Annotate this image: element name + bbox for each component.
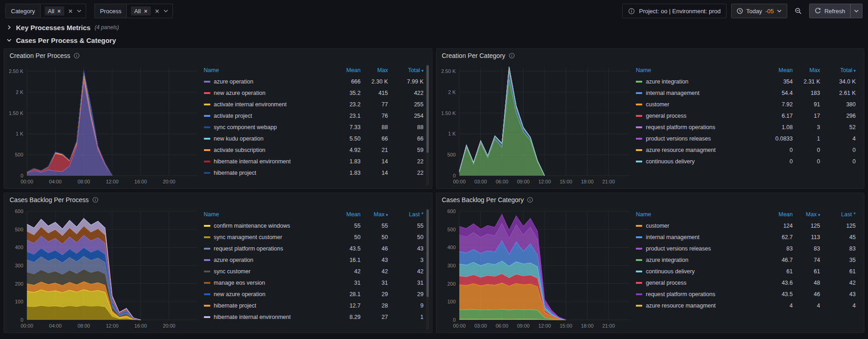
series-name[interactable]: new azure operation bbox=[214, 90, 265, 96]
series-name[interactable]: product versions releases bbox=[646, 245, 711, 252]
legend-item[interactable]: sync managment customer505050 bbox=[204, 231, 424, 243]
series-name[interactable]: activate internal environment bbox=[214, 101, 287, 108]
series-name[interactable]: azure resource managment bbox=[646, 147, 716, 153]
legend-item[interactable]: general process6.1717296 bbox=[636, 110, 856, 121]
legend-item[interactable]: activate subscription4.922159 bbox=[204, 144, 424, 156]
legend-col-name[interactable]: Name bbox=[636, 67, 761, 73]
legend-col-max[interactable]: Max bbox=[793, 67, 820, 73]
legend-item[interactable]: manage eos version313131 bbox=[204, 277, 424, 288]
legend-item[interactable]: new kudu operation5.506666 bbox=[204, 133, 424, 144]
legend-item[interactable]: activate internal environment23.277255 bbox=[204, 99, 424, 110]
legend-scrollbar-thumb[interactable] bbox=[426, 209, 429, 297]
dashboard-row-cases-per-process-category[interactable]: Cases Per Process & Category bbox=[0, 34, 868, 47]
filter-process-dropdown[interactable]: All bbox=[126, 4, 172, 18]
legend-item[interactable]: new azure operation35.2415422 bbox=[204, 87, 424, 99]
series-name[interactable]: continuous delivery bbox=[646, 158, 695, 165]
series-name[interactable]: sync managment customer bbox=[214, 234, 282, 240]
series-name[interactable]: manage eos version bbox=[214, 280, 265, 286]
panel-title[interactable]: Cases Backlog Per Process bbox=[10, 196, 89, 203]
series-name[interactable]: azure operation bbox=[214, 78, 254, 85]
panel-title[interactable]: Creation Per Category bbox=[442, 52, 505, 59]
series-name[interactable]: internal management bbox=[646, 90, 699, 96]
legend-item[interactable]: hibernate project1.831422 bbox=[204, 167, 424, 178]
legend-item[interactable]: azure integration46.77435 bbox=[636, 254, 856, 266]
series-name[interactable]: new kudu operation bbox=[214, 136, 264, 142]
legend-col-total[interactable]: Total▾ bbox=[388, 67, 424, 73]
series-name[interactable]: request platform operations bbox=[646, 291, 715, 297]
legend-item[interactable]: request platform operations43.54643 bbox=[204, 243, 424, 254]
legend-col-mean[interactable]: Mean bbox=[329, 211, 361, 218]
legend-col-last[interactable]: Last * bbox=[388, 211, 424, 218]
series-name[interactable]: activate subscription bbox=[214, 147, 265, 153]
legend-item[interactable]: customer7.9291380 bbox=[636, 99, 856, 110]
legend-item[interactable]: request platform operations43.54643 bbox=[636, 288, 856, 300]
legend-item[interactable]: internal management62.711345 bbox=[636, 231, 856, 243]
legend-item[interactable]: confirm maintenance windows555555 bbox=[204, 220, 424, 231]
series-name[interactable]: hibernate internal environment bbox=[214, 158, 291, 165]
filter-category-dropdown[interactable]: All bbox=[40, 4, 86, 18]
legend-item[interactable]: request platform operations1.08352 bbox=[636, 121, 856, 133]
series-name[interactable]: new azure operation bbox=[214, 291, 265, 297]
series-name[interactable]: customer bbox=[646, 101, 669, 108]
legend-col-name[interactable]: Name bbox=[636, 211, 761, 218]
chevron-down-icon[interactable] bbox=[163, 9, 168, 13]
series-name[interactable]: product versions releases bbox=[646, 136, 711, 142]
legend-col-mean[interactable]: Mean bbox=[761, 211, 793, 218]
legend-col-max[interactable]: Max▾ bbox=[361, 211, 388, 218]
chip-remove-icon[interactable] bbox=[144, 9, 148, 13]
legend-item[interactable]: product versions releases838383 bbox=[636, 243, 856, 254]
panel-title[interactable]: Cases Backlog Per Category bbox=[442, 196, 524, 203]
legend-item[interactable]: azure resource managment444 bbox=[636, 300, 856, 311]
series-name[interactable]: request platform operations bbox=[214, 245, 283, 252]
legend-col-mean[interactable]: Mean bbox=[329, 67, 361, 73]
legend-item[interactable]: new azure operation28.12929 bbox=[204, 288, 424, 300]
filter-process-chip[interactable]: All bbox=[131, 6, 151, 16]
legend-item[interactable]: activate project23.176254 bbox=[204, 110, 424, 121]
legend-scrollbar-thumb[interactable] bbox=[426, 65, 429, 153]
legend-item[interactable]: hibernate internal environment1.831422 bbox=[204, 156, 424, 167]
legend-item[interactable]: continuous delivery000 bbox=[636, 156, 856, 167]
refresh-button[interactable]: Refresh bbox=[809, 4, 850, 18]
series-name[interactable]: azure integration bbox=[646, 78, 688, 85]
series-name[interactable]: request platform operations bbox=[646, 124, 715, 130]
panel-title[interactable]: Creation Per Process bbox=[10, 52, 70, 59]
legend-col-total[interactable]: Total▾ bbox=[820, 67, 856, 73]
chart-area[interactable]: 010020030040050060000:0003:0006:0009:001… bbox=[438, 207, 634, 332]
series-name[interactable]: general process bbox=[646, 280, 686, 286]
dashboard-row-key-processes-metrics[interactable]: Key Processes Metrics (4 panels) bbox=[0, 21, 868, 34]
series-name[interactable]: continuous delivery bbox=[646, 268, 695, 275]
series-name[interactable]: confirm maintenance windows bbox=[214, 223, 290, 229]
legend-col-name[interactable]: Name bbox=[204, 211, 329, 218]
chip-remove-icon[interactable] bbox=[57, 9, 61, 13]
legend-item[interactable]: azure operation6662.30 K7.99 K bbox=[204, 76, 424, 87]
series-name[interactable]: azure operation bbox=[214, 257, 254, 263]
series-name[interactable]: activate project bbox=[214, 113, 252, 119]
legend-item[interactable]: product versions releases0.083314 bbox=[636, 133, 856, 144]
filter-clear-icon[interactable] bbox=[155, 9, 160, 14]
legend-col-max[interactable]: Max▾ bbox=[793, 211, 820, 218]
zoom-out-button[interactable] bbox=[792, 4, 805, 18]
filter-clear-icon[interactable] bbox=[68, 9, 73, 14]
legend-item[interactable]: hibernate project12.7289 bbox=[204, 300, 424, 311]
series-name[interactable]: general process bbox=[646, 113, 686, 119]
series-name[interactable]: hibernate project bbox=[214, 302, 256, 309]
refresh-interval-dropdown[interactable] bbox=[850, 4, 863, 18]
legend-item[interactable]: internal management54.41832.61 K bbox=[636, 87, 856, 99]
legend-col-max[interactable]: Max bbox=[361, 67, 388, 73]
series-name[interactable]: internal management bbox=[646, 234, 699, 240]
chart-area[interactable]: 05001 K1.50 K2 K2.50 K00:0003:0006:0009:… bbox=[438, 63, 634, 188]
legend-item[interactable]: continuous delivery616161 bbox=[636, 266, 856, 277]
chart-area[interactable]: 05001 K1.50 K2 K2.50 K00:0004:0008:0012:… bbox=[6, 63, 201, 188]
legend-item[interactable]: azure integration3542.31 K34.0 K bbox=[636, 76, 856, 87]
time-picker-button[interactable]: Today -05 bbox=[731, 4, 788, 18]
legend-item[interactable]: customer124125125 bbox=[636, 220, 856, 231]
chevron-down-icon[interactable] bbox=[77, 9, 82, 13]
legend-col-last[interactable]: Last * bbox=[820, 211, 856, 218]
series-name[interactable]: hibernate project bbox=[214, 170, 256, 176]
legend-col-mean[interactable]: Mean bbox=[761, 67, 793, 73]
series-name[interactable]: sync component webapp bbox=[214, 124, 277, 130]
legend-item[interactable]: hibernate internal environment8.29271 bbox=[204, 311, 424, 323]
legend-item[interactable]: azure operation16.1433 bbox=[204, 254, 424, 266]
legend-item[interactable]: sync component webapp7.338888 bbox=[204, 121, 424, 133]
series-name[interactable]: azure resource managment bbox=[646, 302, 716, 309]
